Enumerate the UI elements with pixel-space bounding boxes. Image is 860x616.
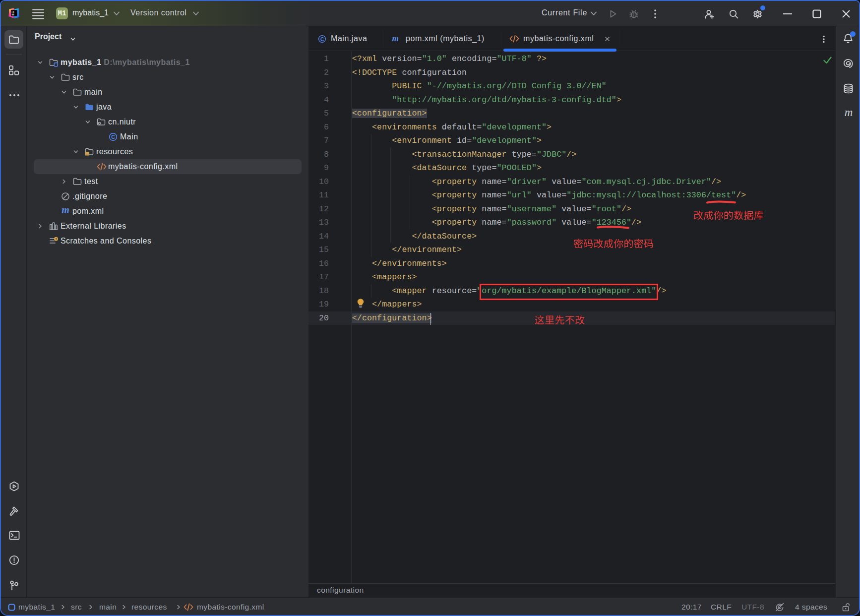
svg-text:C: C: [111, 134, 115, 140]
svg-text:IJ: IJ: [12, 11, 14, 14]
svg-text:m: m: [61, 206, 69, 215]
svg-text:m: m: [845, 106, 853, 119]
